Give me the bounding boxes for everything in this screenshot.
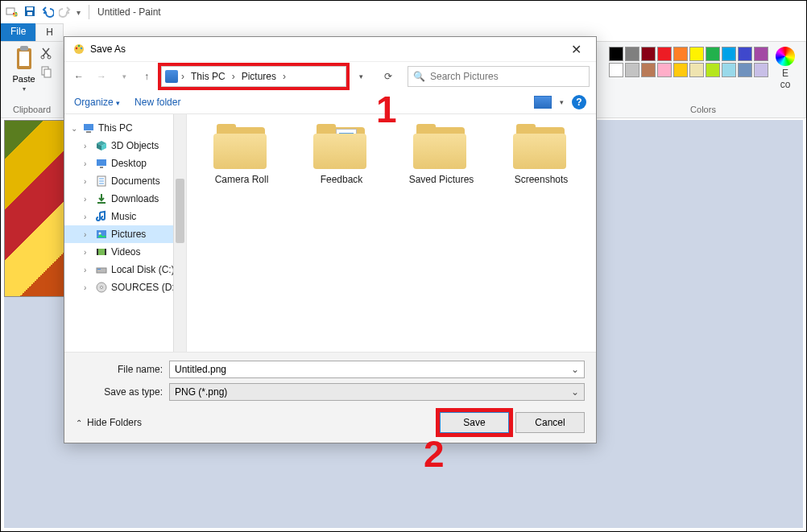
- folder-item[interactable]: Saved Pictures: [393, 124, 490, 185]
- close-icon[interactable]: ✕: [565, 40, 588, 59]
- search-input[interactable]: 🔍 Search Pictures: [408, 66, 590, 87]
- color-swatch[interactable]: [722, 63, 736, 77]
- svg-rect-36: [97, 268, 106, 273]
- nav-recent-icon[interactable]: ▾: [116, 68, 132, 85]
- cut-icon[interactable]: [39, 47, 52, 62]
- view-dropdown-icon[interactable]: ▾: [560, 98, 564, 106]
- tree-item[interactable]: ›Local Disk (C:): [64, 261, 186, 278]
- folder-item[interactable]: Screenshots: [493, 124, 590, 185]
- tree-root[interactable]: ⌄ This PC: [64, 119, 186, 137]
- breadcrumb-child[interactable]: Pictures: [238, 69, 279, 84]
- color-swatch[interactable]: [625, 63, 639, 77]
- address-bar[interactable]: › This PC › Pictures ›: [161, 66, 346, 87]
- nav-forward-icon[interactable]: →: [93, 68, 110, 85]
- view-options-icon[interactable]: [534, 96, 552, 109]
- chevron-right-icon[interactable]: ›: [84, 195, 92, 204]
- tree-item[interactable]: ›Videos: [64, 243, 186, 261]
- nav-tree[interactable]: ⌄ This PC ›3D Objects›Desktop›Documents›…: [64, 114, 187, 352]
- color-swatch[interactable]: [738, 47, 752, 61]
- chevron-right-icon[interactable]: ›: [84, 159, 92, 168]
- dialog-title: Save As: [90, 43, 126, 55]
- help-icon[interactable]: ?: [572, 95, 586, 109]
- svg-point-2: [13, 13, 14, 14]
- color-swatch[interactable]: [657, 63, 672, 77]
- color-swatch[interactable]: [641, 47, 656, 61]
- color-swatch[interactable]: [738, 63, 752, 77]
- color-swatch[interactable]: [625, 47, 639, 61]
- svg-rect-25: [100, 167, 103, 168]
- qat-save-icon[interactable]: [23, 5, 36, 20]
- color-palette[interactable]: [609, 47, 768, 77]
- window-title: Untitled - Paint: [97, 6, 161, 18]
- tree-scrollbar[interactable]: [173, 114, 186, 352]
- breadcrumb-root[interactable]: This PC: [188, 69, 229, 84]
- chevron-right-icon[interactable]: ›: [180, 71, 186, 82]
- tree-item[interactable]: ›Documents: [64, 172, 186, 190]
- cancel-button[interactable]: Cancel: [515, 412, 585, 433]
- tree-item-label: Music: [111, 211, 136, 222]
- paste-button[interactable]: Paste ▾: [12, 45, 36, 93]
- address-history-icon[interactable]: ▾: [353, 68, 369, 85]
- folder-item[interactable]: Feedback: [293, 124, 390, 185]
- hide-folders-button[interactable]: ⌃ Hide Folders: [76, 417, 142, 428]
- new-folder-button[interactable]: New folder: [134, 97, 180, 108]
- tree-item[interactable]: ›Downloads: [64, 190, 186, 208]
- save-button[interactable]: Save: [440, 412, 509, 433]
- refresh-icon[interactable]: ⟳: [375, 71, 401, 82]
- this-pc-icon: [165, 70, 178, 83]
- paint-dialog-icon: [72, 42, 85, 57]
- color-swatch[interactable]: [689, 63, 704, 77]
- tree-item[interactable]: ›3D Objects: [64, 137, 186, 155]
- folder-icon: [513, 124, 569, 169]
- chevron-right-icon[interactable]: ›: [84, 266, 92, 274]
- tree-item[interactable]: ›Music: [64, 208, 186, 225]
- svg-point-4: [15, 14, 17, 16]
- chevron-right-icon[interactable]: ›: [84, 230, 92, 239]
- qat-customize-icon[interactable]: ▾: [77, 8, 81, 17]
- color-swatch[interactable]: [657, 47, 672, 61]
- color-swatch[interactable]: [673, 63, 688, 77]
- color-swatch[interactable]: [754, 63, 768, 77]
- qat-redo-icon[interactable]: [59, 5, 72, 20]
- organize-button[interactable]: Organize ▾: [74, 97, 120, 108]
- color-swatch[interactable]: [706, 63, 720, 77]
- chevron-right-icon[interactable]: ›: [84, 212, 92, 221]
- dialog-toolbar: Organize ▾ New folder ▾ ?: [64, 90, 596, 114]
- color-swatch[interactable]: [689, 47, 704, 61]
- chevron-right-icon[interactable]: ›: [84, 248, 92, 257]
- chevron-down-icon[interactable]: ⌄: [571, 364, 579, 375]
- color-swatch[interactable]: [754, 47, 768, 61]
- this-pc-icon: [82, 122, 95, 134]
- svg-point-3: [15, 12, 17, 14]
- file-name-input[interactable]: Untitled.png ⌄: [169, 361, 585, 378]
- color-swatch[interactable]: [641, 63, 656, 77]
- chevron-down-icon[interactable]: ⌄: [71, 124, 79, 133]
- tab-home[interactable]: H: [35, 23, 64, 41]
- tree-item[interactable]: ›Desktop: [64, 155, 186, 172]
- nav-up-icon[interactable]: ↑: [139, 68, 155, 85]
- chevron-right-icon[interactable]: ›: [84, 177, 92, 186]
- chevron-right-icon[interactable]: ›: [230, 71, 237, 82]
- tree-item[interactable]: ›SOURCES (D:): [64, 278, 186, 296]
- chevron-down-icon[interactable]: ⌄: [571, 386, 579, 398]
- copy-icon[interactable]: [39, 65, 52, 80]
- color-swatch[interactable]: [673, 47, 688, 61]
- nav-back-icon[interactable]: ←: [71, 68, 87, 85]
- chevron-right-icon[interactable]: ›: [84, 283, 92, 292]
- color-swatch[interactable]: [706, 47, 720, 61]
- tree-item[interactable]: ›Pictures: [64, 225, 186, 243]
- edit-colors-button[interactable]: E co: [773, 47, 797, 90]
- folder-item[interactable]: Camera Roll: [193, 124, 290, 185]
- save-type-select[interactable]: PNG (*.png) ⌄: [169, 383, 585, 401]
- color-swatch[interactable]: [609, 63, 623, 77]
- folder-view[interactable]: Camera RollFeedbackSaved PicturesScreens…: [187, 114, 596, 352]
- cube-icon: [95, 139, 108, 152]
- color-swatch[interactable]: [722, 47, 736, 61]
- chevron-right-icon[interactable]: ›: [281, 71, 288, 82]
- folder-label: Saved Pictures: [409, 174, 474, 185]
- color-swatch[interactable]: [609, 47, 623, 61]
- chevron-right-icon[interactable]: ›: [84, 142, 92, 151]
- tab-file[interactable]: File: [1, 23, 35, 41]
- search-icon: 🔍: [413, 71, 425, 82]
- qat-undo-icon[interactable]: [41, 5, 54, 20]
